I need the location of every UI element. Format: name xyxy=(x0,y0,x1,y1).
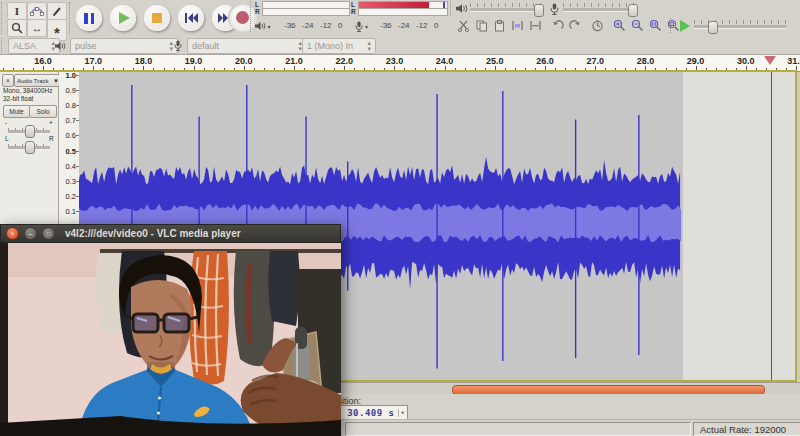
vlc-window[interactable]: × – □ v4l2:///dev/video0 - VLC media pla… xyxy=(0,224,341,436)
zoom-in-button[interactable] xyxy=(611,17,628,33)
ruler-label: 17.0 xyxy=(84,56,102,66)
amp-ruler-label: 0.2 xyxy=(66,191,76,200)
ruler-label: 21.0 xyxy=(285,56,303,66)
selection-tool-button[interactable]: I xyxy=(7,2,27,20)
recording-meter-r-bar[interactable] xyxy=(358,8,448,16)
track-close-button[interactable]: × xyxy=(2,74,14,87)
recording-meter-r-label: R xyxy=(351,8,356,15)
track-menu-button[interactable]: Audio Track ▼ xyxy=(14,74,60,87)
amp-ruler-label: 0.8 xyxy=(66,101,76,110)
ruler-label: 22.0 xyxy=(335,56,353,66)
ruler-label: 27.0 xyxy=(586,56,604,66)
pan-right-label: R xyxy=(49,135,54,142)
meter-scale-label: -12 xyxy=(416,21,428,30)
solo-button[interactable]: Solo xyxy=(29,105,57,118)
ruler-label: 29.0 xyxy=(687,56,705,66)
amp-ruler-label: 0.4 xyxy=(66,161,76,170)
paste-icon xyxy=(493,19,506,32)
silence-icon xyxy=(529,19,542,32)
recording-meter-menu[interactable]: ▾ xyxy=(350,18,372,34)
vlc-video-area xyxy=(0,243,341,436)
ruler-label: 26.0 xyxy=(536,56,554,66)
amp-ruler-label: 0.1 xyxy=(66,206,76,215)
pause-icon xyxy=(84,13,94,24)
cut-button[interactable] xyxy=(455,17,472,33)
zoom-out-button[interactable] xyxy=(629,17,646,33)
copy-button[interactable] xyxy=(473,17,490,33)
track-format-line1: Mono, 384000Hz xyxy=(3,87,53,94)
timeshift-tool-button[interactable]: ↔ xyxy=(27,19,47,37)
undo-icon xyxy=(551,19,564,32)
vlc-maximize-button[interactable]: □ xyxy=(42,227,55,240)
trim-button[interactable] xyxy=(509,17,526,33)
silence-button[interactable] xyxy=(527,17,544,33)
playback-meter-menu[interactable]: ▾ xyxy=(252,18,274,34)
recording-cursor-line xyxy=(771,72,772,380)
paste-button[interactable] xyxy=(491,17,508,33)
recording-channels-combo[interactable]: 1 (Mono) In▴▾ xyxy=(302,38,376,54)
envelope-tool-button[interactable] xyxy=(27,2,47,20)
fit-selection-button[interactable] xyxy=(647,17,664,33)
edit-toolbar xyxy=(450,17,676,34)
output-volume-thumb[interactable] xyxy=(534,4,544,17)
stop-icon xyxy=(152,13,162,23)
copy-icon xyxy=(475,19,488,32)
amp-ruler-label: 0.6 xyxy=(66,131,76,140)
meter-scale-label: -36 xyxy=(284,21,296,30)
fit-selection-icon xyxy=(649,19,662,32)
webcam-scene xyxy=(0,243,341,436)
ruler-label: 18.0 xyxy=(135,56,153,66)
redo-button[interactable] xyxy=(567,17,584,33)
meter-scale-label: 0 xyxy=(434,21,438,30)
record-position-marker xyxy=(764,56,776,65)
play-at-speed-button[interactable] xyxy=(676,18,693,34)
vlc-window-title: v4l2:///dev/video0 - VLC media player xyxy=(65,228,241,239)
gain-slider-thumb[interactable] xyxy=(25,125,35,138)
vlc-close-button[interactable]: × xyxy=(6,227,19,240)
audacity-window: I ↔ * xyxy=(0,0,800,436)
input-volume-icon xyxy=(549,3,560,15)
playback-meter-r-bar[interactable] xyxy=(262,8,350,16)
playback-speed-thumb[interactable] xyxy=(708,21,718,34)
play-button[interactable] xyxy=(110,5,136,31)
playback-device-combo[interactable]: pulse▴▾ xyxy=(70,38,178,54)
draw-tool-button[interactable] xyxy=(47,2,67,20)
audio-host-combo[interactable]: ALSA▴▾ xyxy=(8,38,60,54)
gain-minus-label: - xyxy=(5,119,7,126)
counter-dropdown-icon[interactable]: ▾ xyxy=(398,409,406,417)
meter-scale-label: 0 xyxy=(338,21,342,30)
vlc-minimize-button[interactable]: – xyxy=(24,227,37,240)
recording-device-combo[interactable]: default▴▾ xyxy=(187,38,307,54)
sync-lock-button[interactable] xyxy=(589,17,606,33)
vlc-titlebar[interactable]: × – □ v4l2:///dev/video0 - VLC media pla… xyxy=(0,224,341,243)
pan-slider-thumb[interactable] xyxy=(25,141,35,154)
sync-lock-icon xyxy=(591,19,604,32)
mute-button[interactable]: Mute xyxy=(3,105,30,118)
ruler-label: 25.0 xyxy=(486,56,504,66)
dropdown-arrow-icon: ▾ xyxy=(267,23,270,30)
ruler-label: 20.0 xyxy=(235,56,253,66)
input-volume-thumb[interactable] xyxy=(628,4,638,17)
skip-start-button[interactable] xyxy=(178,5,204,31)
playback-device-icon xyxy=(55,41,66,51)
undo-button[interactable] xyxy=(549,17,566,33)
input-volume-slider[interactable] xyxy=(563,8,634,12)
pause-button[interactable] xyxy=(76,5,102,31)
meter-scale-label: -36 xyxy=(380,21,392,30)
ruler-label: 23.0 xyxy=(386,56,404,66)
playback-meter-l-label: L xyxy=(255,1,259,8)
amp-ruler-label: 1.0 xyxy=(66,71,76,80)
gain-plus-label: + xyxy=(49,119,53,126)
amp-ruler-label: 0.5 xyxy=(66,146,76,155)
magnifier-icon xyxy=(11,22,23,34)
meter-scale-label: -24 xyxy=(398,21,410,30)
output-volume-slider[interactable] xyxy=(470,8,544,12)
amp-ruler-label: 0.7 xyxy=(66,116,76,125)
amp-ruler-label: 0.3 xyxy=(66,176,76,185)
actual-rate-box: Actual Rate: 192000 xyxy=(693,422,800,436)
ruler-label: 30.0 xyxy=(737,56,755,66)
zoom-tool-button[interactable] xyxy=(7,19,27,37)
dropdown-arrow-icon: ▾ xyxy=(365,23,368,30)
stop-button[interactable] xyxy=(144,5,170,31)
ruler-label: 28.0 xyxy=(637,56,655,66)
